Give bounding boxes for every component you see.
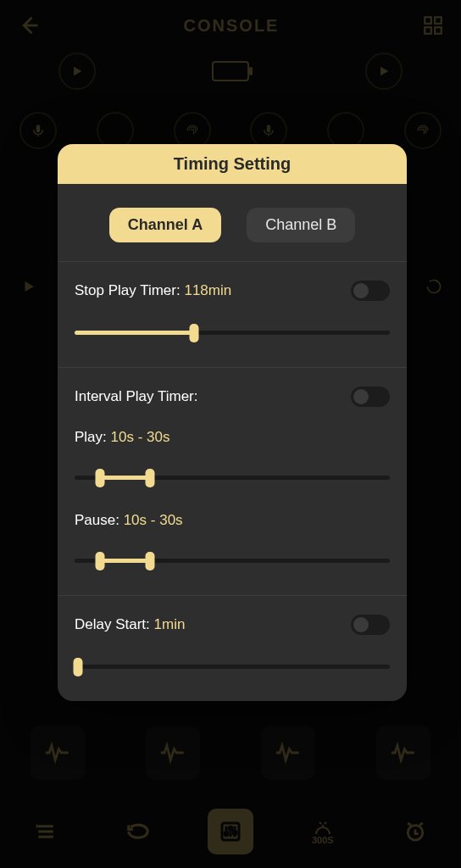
stop-timer-value: 118min [184,282,231,298]
timing-setting-modal: Timing Setting Channel A Channel B Stop … [58,144,407,701]
stop-timer-toggle[interactable] [351,281,390,301]
modal-title: Timing Setting [58,144,407,184]
delay-toggle[interactable] [351,615,390,635]
pause-range-label: Pause: 10s - 30s [75,512,390,529]
play-range-value: 10s - 30s [111,429,170,445]
tab-channel-a[interactable]: Channel A [109,208,221,242]
interval-toggle[interactable] [351,387,390,407]
tab-channel-b[interactable]: Channel B [247,208,355,242]
stop-timer-slider[interactable] [75,321,390,345]
pause-range-value: 10s - 30s [124,512,183,528]
stop-timer-label: Stop Play Timer: 118min [75,282,231,299]
interval-label: Interval Play Timer: [75,388,198,405]
play-range-slider[interactable] [75,466,390,490]
play-range-label: Play: 10s - 30s [75,429,390,446]
delay-value: 1min [154,616,186,632]
pause-range-slider[interactable] [75,549,390,573]
delay-label: Delay Start: 1min [75,616,185,633]
delay-slider[interactable] [75,655,390,679]
